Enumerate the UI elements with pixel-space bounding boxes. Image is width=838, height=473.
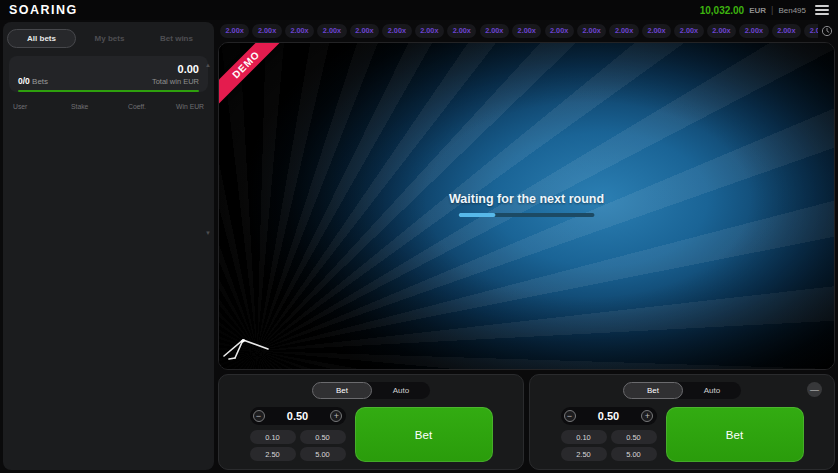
bets-scroll-up-icon[interactable]: ▲: [205, 62, 211, 68]
tab-bet-wins[interactable]: Bet wins: [143, 30, 210, 47]
increase-amount-icon[interactable]: +: [330, 410, 342, 422]
col-user: User: [13, 103, 71, 110]
app-logo: SOARING: [9, 3, 78, 17]
quick-amount[interactable]: 2.50: [561, 447, 607, 461]
multiplier-badge[interactable]: 2.00x: [772, 24, 801, 38]
bets-table-header: User Stake Coeff. Win EUR: [3, 99, 214, 110]
bet-button-1[interactable]: Bet: [355, 407, 493, 462]
bet-button-2[interactable]: Bet: [666, 407, 804, 462]
col-stake: Stake: [71, 103, 128, 110]
amount-stepper-1: − 0.50 +: [250, 407, 346, 425]
multiplier-badge[interactable]: 2.00x: [480, 24, 509, 38]
top-bar: SOARING 10,032.00 EUR | Ben495: [0, 0, 838, 20]
balance-value: 10,032.00: [700, 5, 745, 16]
multiplier-badge[interactable]: 2.00x: [642, 24, 671, 38]
bets-count: 0/0 Bets: [18, 76, 48, 86]
quick-amount[interactable]: 5.00: [611, 447, 657, 461]
quick-amount[interactable]: 2.50: [250, 447, 296, 461]
multiplier-badge[interactable]: 2.00x: [739, 24, 768, 38]
multiplier-badge[interactable]: 2.00x: [447, 24, 476, 38]
quick-amount[interactable]: 0.10: [561, 430, 607, 444]
history-clock-icon[interactable]: [821, 25, 833, 37]
multiplier-badge[interactable]: 2.00x: [382, 24, 411, 38]
total-win-label: Total win EUR: [152, 77, 199, 86]
bet-amount-1[interactable]: 0.50: [287, 410, 308, 422]
bets-tabs: All bets My bets Bet wins: [3, 27, 214, 50]
decrease-amount-icon[interactable]: −: [564, 410, 576, 422]
bets-sidebar: All bets My bets Bet wins 0.00 0/0 Bets …: [3, 22, 214, 470]
bet-tab-1[interactable]: Bet: [312, 382, 372, 399]
multiplier-badge[interactable]: 2.00x: [220, 24, 249, 38]
tab-my-bets[interactable]: My bets: [76, 30, 143, 47]
multiplier-badge[interactable]: 2.00x: [512, 24, 541, 38]
auto-tab-2[interactable]: Auto: [683, 382, 741, 399]
multiplier-badge[interactable]: 2.00x: [577, 24, 606, 38]
multiplier-badge[interactable]: 2.00x: [674, 24, 703, 38]
quick-amount[interactable]: 0.50: [300, 430, 346, 444]
increase-amount-icon[interactable]: +: [641, 410, 653, 422]
menu-icon[interactable]: [815, 5, 829, 15]
balance-currency: EUR: [749, 6, 766, 15]
username: Ben495: [778, 6, 806, 15]
multiplier-badge[interactable]: 2.00x: [252, 24, 281, 38]
col-win: Win EUR: [176, 103, 204, 110]
waiting-progress: [458, 213, 594, 217]
quick-amount[interactable]: 0.50: [611, 430, 657, 444]
tab-all-bets[interactable]: All bets: [7, 29, 76, 48]
multiplier-badge[interactable]: 2.00x: [609, 24, 638, 38]
total-win-value: 0.00: [18, 63, 199, 75]
quick-amount[interactable]: 5.00: [300, 447, 346, 461]
bet-panel-2: Bet Auto — − 0.50 + 0.10 0.50: [529, 374, 835, 470]
multiplier-badge[interactable]: 2.00x: [285, 24, 314, 38]
amount-stepper-2: − 0.50 +: [561, 407, 657, 425]
multiplier-badge[interactable]: 2.00x: [415, 24, 444, 38]
multiplier-badge[interactable]: 2.00x: [804, 24, 818, 38]
multiplier-badge[interactable]: 2.00x: [707, 24, 736, 38]
header-separator: |: [771, 5, 773, 15]
multiplier-badge[interactable]: 2.00x: [350, 24, 379, 38]
remove-panel-icon[interactable]: —: [807, 382, 822, 397]
game-area: DEMO Waiting for the next round: [218, 42, 835, 370]
plane-icon: [222, 332, 270, 366]
bet-tab-2[interactable]: Bet: [623, 382, 683, 399]
multiplier-history-bar: 2.00x2.00x2.00x2.00x2.00x2.00x2.00x2.00x…: [218, 22, 835, 39]
bet-panel-1: Bet Auto − 0.50 + 0.10 0.50 2.50: [218, 374, 524, 470]
col-coeff: Coeff.: [128, 103, 176, 110]
bet-amount-2[interactable]: 0.50: [598, 410, 619, 422]
multiplier-badge[interactable]: 2.00x: [545, 24, 574, 38]
multiplier-history-list: 2.00x2.00x2.00x2.00x2.00x2.00x2.00x2.00x…: [220, 24, 818, 38]
waiting-text: Waiting for the next round: [449, 192, 604, 206]
quick-amount[interactable]: 0.10: [250, 430, 296, 444]
auto-tab-1[interactable]: Auto: [372, 382, 430, 399]
bets-summary-card: 0.00 0/0 Bets Total win EUR: [9, 56, 208, 92]
multiplier-badge[interactable]: 2.00x: [317, 24, 346, 38]
summary-divider: [18, 90, 199, 92]
decrease-amount-icon[interactable]: −: [253, 410, 265, 422]
bets-scroll-down-icon[interactable]: ▼: [205, 230, 211, 236]
waiting-message: Waiting for the next round: [449, 192, 604, 217]
waiting-progress-fill: [458, 213, 495, 217]
bet-auto-toggle-1: Bet Auto: [312, 382, 430, 399]
bet-auto-toggle-2: Bet Auto: [623, 382, 741, 399]
